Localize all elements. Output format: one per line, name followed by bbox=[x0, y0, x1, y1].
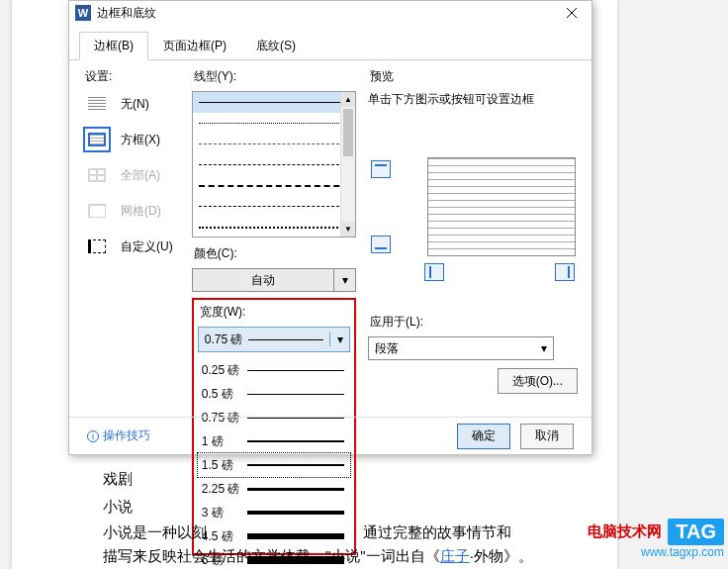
chevron-down-icon: ▾ bbox=[541, 341, 547, 355]
line-preview bbox=[199, 143, 349, 144]
line-preview bbox=[199, 227, 349, 229]
width-selected-value: 0.75 磅 bbox=[199, 332, 249, 348]
preview-label: 预览 bbox=[368, 68, 578, 85]
apply-to-value: 段落 bbox=[375, 340, 399, 357]
setting-all: 全部(A) bbox=[83, 162, 180, 188]
info-icon: i bbox=[87, 430, 99, 442]
watermark-text: 电脑技术网 bbox=[588, 522, 662, 541]
line-preview bbox=[199, 102, 349, 103]
bg-line-1: 戏剧 bbox=[103, 467, 133, 491]
chevron-down-icon[interactable]: ▾ bbox=[329, 332, 349, 346]
width-select[interactable]: 0.75 磅 ▾ bbox=[198, 327, 350, 352]
width-option-1[interactable]: 0.5 磅 bbox=[198, 382, 350, 406]
tab-page-borders[interactable]: 页面边框(P) bbox=[148, 32, 241, 60]
line-style-option-0[interactable] bbox=[193, 92, 355, 113]
width-option-label: 1.5 磅 bbox=[200, 457, 247, 474]
setting-grid-label: 网格(D) bbox=[121, 203, 161, 220]
line-style-option-6[interactable] bbox=[193, 217, 355, 237]
setting-none-label: 无(N) bbox=[121, 96, 149, 113]
zhuangzi-link[interactable]: 庄子 bbox=[440, 547, 470, 564]
bg-line-2: 小说 bbox=[103, 495, 133, 519]
chevron-down-icon[interactable]: ▾ bbox=[333, 269, 355, 291]
setting-custom-label: 自定义(U) bbox=[121, 238, 173, 255]
settings-label: 设置: bbox=[83, 68, 180, 85]
watermark-tag: TAG bbox=[668, 519, 724, 545]
cancel-button[interactable]: 取消 bbox=[520, 424, 574, 449]
setting-custom[interactable]: 自定义(U) bbox=[83, 234, 180, 259]
style-column: 线型(Y): ▲ ▼ 颜色(C): 自动 ▾ 宽度(W): 0.75 磅 bbox=[192, 68, 356, 555]
color-value: 自动 bbox=[193, 269, 333, 291]
width-selected-preview bbox=[248, 339, 323, 340]
titlebar: W 边框和底纹 bbox=[69, 1, 592, 25]
line-preview bbox=[199, 164, 349, 165]
preview-hint: 单击下方图示或按钮可设置边框 bbox=[368, 91, 578, 108]
width-option-label: 0.25 磅 bbox=[200, 362, 247, 379]
tips-link[interactable]: i 操作技巧 bbox=[87, 427, 150, 444]
toggle-right-border[interactable] bbox=[555, 263, 575, 281]
setting-custom-icon bbox=[83, 234, 111, 259]
ok-button[interactable]: 确定 bbox=[457, 424, 510, 449]
toggle-top-border[interactable] bbox=[371, 160, 391, 178]
line-style-list[interactable]: ▲ ▼ bbox=[192, 91, 356, 237]
borders-and-shading-dialog: W 边框和底纹 边框(B) 页面边框(P) 底纹(S) 设置: 无(N)方框(X… bbox=[68, 0, 592, 455]
preview-frame[interactable] bbox=[427, 157, 576, 256]
color-label: 颜色(C): bbox=[192, 245, 356, 262]
bg-line-4-post: ·外物》。 bbox=[470, 547, 533, 564]
width-label: 宽度(W): bbox=[198, 304, 350, 321]
width-option-label: 0.5 磅 bbox=[200, 386, 247, 403]
width-option-preview bbox=[247, 464, 344, 466]
setting-box-label: 方框(X) bbox=[121, 132, 160, 148]
toggle-bottom-border[interactable] bbox=[371, 236, 391, 253]
line-style-scrollbar[interactable]: ▲ ▼ bbox=[340, 92, 355, 237]
tab-shading[interactable]: 底纹(S) bbox=[241, 32, 311, 60]
bg-line-4: 描写来反映社会生活的文学体载，"小说"一词出自《庄子·外物》。 bbox=[103, 544, 647, 568]
dialog-content: 设置: 无(N)方框(X)全部(A)网格(D)自定义(U) 线型(Y): ▲ ▼… bbox=[69, 60, 592, 563]
app-icon: W bbox=[75, 5, 91, 21]
line-style-option-2[interactable] bbox=[193, 134, 355, 154]
setting-box-icon bbox=[83, 127, 111, 152]
preview-column: 预览 单击下方图示或按钮可设置边框 应用于(L): 段落 ▾ bbox=[368, 68, 578, 555]
setting-grid: 网格(D) bbox=[83, 198, 180, 224]
tab-bar: 边框(B) 页面边框(P) 底纹(S) bbox=[69, 31, 592, 60]
setting-none[interactable]: 无(N) bbox=[83, 91, 180, 117]
line-preview bbox=[199, 185, 349, 187]
style-label: 线型(Y): bbox=[192, 68, 356, 85]
width-option-label: 2.25 磅 bbox=[200, 481, 247, 498]
toggle-left-border[interactable] bbox=[424, 263, 444, 281]
setting-all-icon bbox=[83, 162, 111, 188]
bg-line-4-pre: 描写来反映社会生活的文学体载，"小说"一词出自《 bbox=[103, 547, 440, 564]
dialog-footer: i 操作技巧 确定 取消 bbox=[69, 417, 592, 454]
setting-grid-icon bbox=[83, 198, 111, 224]
width-option-5[interactable]: 2.25 磅 bbox=[198, 477, 350, 501]
width-option-preview bbox=[247, 370, 344, 371]
scroll-thumb[interactable] bbox=[343, 109, 353, 156]
bg-line-3-post: 通过完整的故事情节和 bbox=[363, 523, 511, 540]
watermark: 电脑技术网 TAG www.tagxp.com bbox=[588, 519, 724, 559]
line-style-option-5[interactable] bbox=[193, 196, 355, 217]
width-option-preview bbox=[247, 394, 344, 395]
scroll-down-icon[interactable]: ▼ bbox=[341, 222, 355, 237]
color-select[interactable]: 自动 ▾ bbox=[192, 268, 356, 292]
width-option-preview bbox=[247, 511, 344, 515]
bg-line-3-pre: 小说是一种以刻 bbox=[103, 523, 207, 540]
line-preview bbox=[199, 123, 349, 124]
line-style-option-3[interactable] bbox=[193, 154, 355, 175]
apply-to-label: 应用于(L): bbox=[368, 314, 578, 331]
close-button[interactable] bbox=[552, 1, 592, 25]
setting-box[interactable]: 方框(X) bbox=[83, 127, 180, 152]
width-option-4[interactable]: 1.5 磅 bbox=[198, 453, 350, 477]
dialog-title: 边框和底纹 bbox=[97, 5, 552, 22]
width-option-0[interactable]: 0.25 磅 bbox=[198, 358, 350, 382]
tips-label: 操作技巧 bbox=[103, 427, 150, 444]
line-preview bbox=[199, 206, 349, 207]
close-icon bbox=[567, 8, 577, 18]
scroll-up-icon[interactable]: ▲ bbox=[341, 92, 355, 107]
width-option-preview bbox=[247, 488, 344, 491]
tab-borders[interactable]: 边框(B) bbox=[79, 32, 148, 60]
setting-all-label: 全部(A) bbox=[121, 167, 160, 184]
line-style-option-4[interactable] bbox=[193, 175, 355, 196]
options-button[interactable]: 选项(O)... bbox=[498, 368, 578, 394]
line-style-option-1[interactable] bbox=[193, 113, 355, 134]
bg-line-3: 小说是一种以刻 通过完整的故事情节和 bbox=[103, 521, 617, 544]
apply-to-select[interactable]: 段落 ▾ bbox=[368, 336, 554, 360]
